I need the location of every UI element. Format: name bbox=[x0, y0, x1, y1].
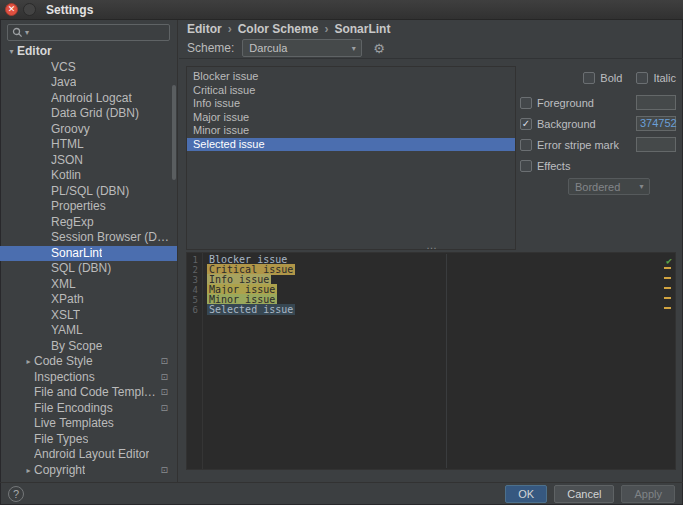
tree-item-file-types[interactable]: File Types bbox=[0, 432, 177, 448]
issue-item-blocker-issue[interactable]: Blocker issue bbox=[187, 70, 515, 84]
breadcrumb-item-editor[interactable]: Editor bbox=[187, 22, 222, 36]
tree-expanded-icon[interactable]: ▾ bbox=[6, 44, 17, 60]
effects-style-dropdown[interactable]: Bordered ▾ bbox=[568, 178, 650, 195]
tree-item-label: Java bbox=[51, 75, 76, 91]
chevron-down-icon: ▾ bbox=[25, 28, 29, 37]
preview-editor[interactable]: 123456 Blocker issueCritical issueInfo i… bbox=[186, 252, 676, 470]
bold-checkbox[interactable]: Bold bbox=[583, 72, 622, 84]
tree-item-label: XSLT bbox=[51, 308, 80, 324]
tree-collapsed-icon[interactable]: ▸ bbox=[23, 463, 34, 479]
editor-code[interactable]: Blocker issueCritical issueInfo issueMaj… bbox=[203, 253, 675, 469]
tree-item-label: RegExp bbox=[51, 215, 94, 231]
tree-item-xpath[interactable]: XPath bbox=[0, 292, 177, 308]
tree-item-pl-sql-dbn[interactable]: PL/SQL (DBN) bbox=[0, 184, 177, 200]
sidebar-scrollbar-thumb[interactable] bbox=[172, 85, 176, 180]
right-margin-guide bbox=[446, 254, 447, 468]
tree-item-session-browser-dbn[interactable]: Session Browser (DBN) bbox=[0, 230, 177, 246]
cancel-button[interactable]: Cancel bbox=[554, 485, 614, 503]
preview-line[interactable]: Selected issue bbox=[207, 305, 675, 315]
scheme-dropdown[interactable]: Darcula ▾ bbox=[242, 39, 362, 57]
stripe-mark-warning[interactable] bbox=[664, 287, 671, 289]
apply-button: Apply bbox=[621, 485, 675, 503]
breadcrumb-separator: › bbox=[228, 22, 232, 36]
close-button[interactable]: ✕ bbox=[5, 3, 18, 16]
issue-item-info-issue[interactable]: Info issue bbox=[187, 97, 515, 111]
tree-item-label: Groovy bbox=[51, 122, 90, 138]
gear-icon[interactable]: ⚙ bbox=[373, 41, 385, 56]
tree-item-html[interactable]: HTML bbox=[0, 137, 177, 153]
effects-checkbox-box bbox=[520, 160, 532, 172]
issue-item-major-issue[interactable]: Major issue bbox=[187, 111, 515, 125]
tree-item-android-logcat[interactable]: Android Logcat bbox=[0, 91, 177, 107]
error-stripe-checkbox[interactable]: Error stripe mark bbox=[520, 139, 636, 151]
preview-line[interactable]: Info issue bbox=[207, 275, 675, 285]
search-input[interactable]: ▾ bbox=[7, 24, 170, 41]
tree-item-properties[interactable]: Properties bbox=[0, 199, 177, 215]
breadcrumb-item-sonarlint[interactable]: SonarLint bbox=[334, 22, 390, 36]
tree-item-label: SQL (DBN) bbox=[51, 261, 111, 277]
line-number: 2 bbox=[187, 265, 198, 275]
chevron-down-icon: ▾ bbox=[634, 182, 649, 191]
tree-item-sql-dbn[interactable]: SQL (DBN) bbox=[0, 261, 177, 277]
minimize-button[interactable] bbox=[23, 3, 36, 16]
tree-item-xml[interactable]: XML bbox=[0, 277, 177, 293]
tree-item-kotlin[interactable]: Kotlin bbox=[0, 168, 177, 184]
issue-item-critical-issue[interactable]: Critical issue bbox=[187, 84, 515, 98]
preview-line[interactable]: Major issue bbox=[207, 285, 675, 295]
tree-item-label: VCS bbox=[51, 60, 76, 76]
project-settings-icon: ⊡ bbox=[160, 385, 168, 401]
tree-item-file-encodings[interactable]: File Encodings⊡ bbox=[0, 401, 177, 417]
background-checkbox-box: ✓ bbox=[520, 118, 532, 130]
tree-item-label: Live Templates bbox=[34, 416, 114, 432]
tree-item-inspections[interactable]: Inspections⊡ bbox=[0, 370, 177, 386]
italic-checkbox[interactable]: Italic bbox=[636, 72, 676, 84]
foreground-color-field[interactable] bbox=[636, 95, 676, 110]
tree-item-json[interactable]: JSON bbox=[0, 153, 177, 169]
breadcrumb-item-color-scheme[interactable]: Color Scheme bbox=[238, 22, 319, 36]
tree-item-code-style[interactable]: ▸Code Style⊡ bbox=[0, 354, 177, 370]
breadcrumb-separator: › bbox=[324, 22, 328, 36]
tree-item-yaml[interactable]: YAML bbox=[0, 323, 177, 339]
stripe-mark-warning[interactable] bbox=[664, 267, 671, 269]
tree-item-sonarlint[interactable]: SonarLint bbox=[0, 246, 177, 262]
effects-checkbox[interactable]: Effects bbox=[520, 160, 676, 172]
tree-item-live-templates[interactable]: Live Templates bbox=[0, 416, 177, 432]
error-stripe[interactable]: ✔ bbox=[662, 254, 674, 468]
tree-item-editor[interactable]: ▾Editor bbox=[0, 44, 177, 60]
settings-window: { "window": { "title": "Settings", "help… bbox=[0, 0, 683, 505]
stripe-mark-warning[interactable] bbox=[664, 307, 671, 309]
error-stripe-color-field[interactable] bbox=[636, 137, 676, 152]
tree-item-label: XPath bbox=[51, 292, 84, 308]
issue-item-minor-issue[interactable]: Minor issue bbox=[187, 124, 515, 138]
ok-button[interactable]: OK bbox=[505, 485, 547, 503]
tree-item-label: Properties bbox=[51, 199, 106, 215]
window-title: Settings bbox=[46, 3, 93, 17]
tree-item-regexp[interactable]: RegExp bbox=[0, 215, 177, 231]
stripe-mark-warning[interactable] bbox=[664, 297, 671, 299]
tree-item-vcs[interactable]: VCS bbox=[0, 60, 177, 76]
issue-list-panel: Blocker issueCritical issueInfo issueMaj… bbox=[186, 66, 516, 250]
background-checkbox[interactable]: ✓ Background bbox=[520, 118, 636, 130]
issue-item-selected-issue[interactable]: Selected issue bbox=[187, 138, 515, 152]
tree-item-android-layout-editor[interactable]: Android Layout Editor bbox=[0, 447, 177, 463]
tree-item-label: Copyright bbox=[34, 463, 85, 479]
background-color-field[interactable]: 374752 bbox=[636, 116, 676, 131]
tree-item-file-and-code-templates[interactable]: File and Code Templates⊡ bbox=[0, 385, 177, 401]
inspection-status-icon[interactable]: ✔ bbox=[666, 255, 672, 266]
tree-item-java[interactable]: Java bbox=[0, 75, 177, 91]
effects-label: Effects bbox=[537, 160, 570, 172]
tree-item-data-grid-dbn[interactable]: Data Grid (DBN) bbox=[0, 106, 177, 122]
tree-item-by-scope[interactable]: By Scope bbox=[0, 339, 177, 355]
splitter-handle[interactable]: … bbox=[426, 239, 438, 251]
help-button[interactable]: ? bbox=[8, 486, 24, 502]
stripe-mark-warning[interactable] bbox=[664, 277, 671, 279]
tree-item-copyright[interactable]: ▸Copyright⊡ bbox=[0, 463, 177, 479]
foreground-checkbox[interactable]: Foreground bbox=[520, 97, 636, 109]
tree-collapsed-icon[interactable]: ▸ bbox=[23, 354, 34, 370]
background-row: ✓ Background 374752 bbox=[520, 113, 676, 134]
scheme-row: Scheme: Darcula ▾ ⚙ bbox=[179, 38, 683, 59]
tree-item-xslt[interactable]: XSLT bbox=[0, 308, 177, 324]
preview-line[interactable]: Critical issue bbox=[207, 265, 675, 275]
tree-item-groovy[interactable]: Groovy bbox=[0, 122, 177, 138]
line-number: 3 bbox=[187, 275, 198, 285]
